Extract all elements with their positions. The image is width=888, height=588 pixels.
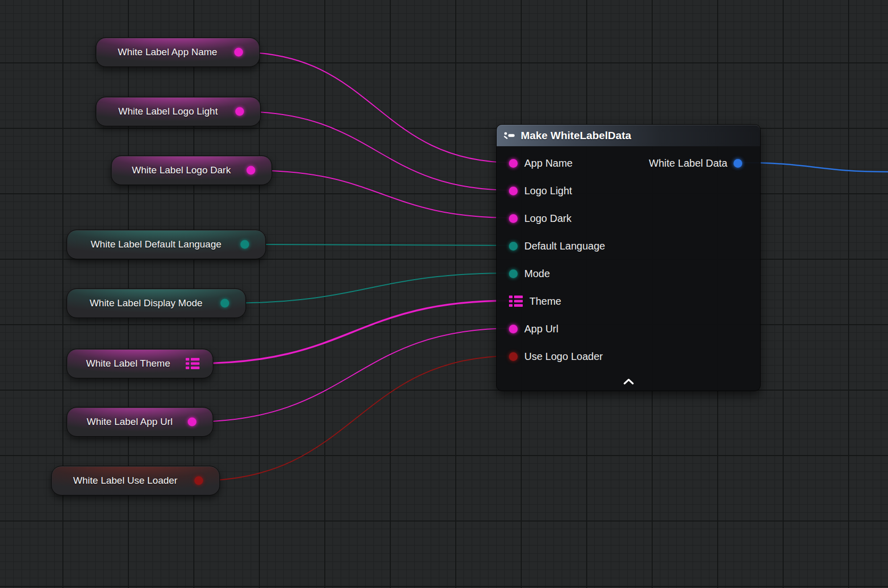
output-pin-label: White Label Data bbox=[649, 157, 727, 169]
input-pin-default-language[interactable] bbox=[509, 242, 518, 251]
make-node-title: Make WhiteLabelData bbox=[521, 129, 631, 142]
wire-display-mode bbox=[225, 273, 513, 303]
input-pin-label: App Name bbox=[524, 157, 573, 169]
getter-node-white-label-app-url[interactable]: White Label App Url bbox=[66, 407, 213, 437]
getter-node-label: White Label App Name bbox=[103, 38, 232, 66]
input-row-use-logo-loader: Use Logo Loader bbox=[497, 343, 760, 370]
wire-app-url bbox=[192, 328, 513, 422]
getter-node-label: White Label Theme bbox=[74, 349, 182, 378]
wire-logo-dark bbox=[251, 170, 513, 218]
getter-node-label: White Label Logo Light bbox=[103, 97, 233, 126]
output-pin-white-label-data[interactable] bbox=[734, 159, 742, 168]
getter-node-label: White Label Display Mode bbox=[74, 289, 218, 318]
getter-node-label: White Label Default Language bbox=[74, 230, 238, 259]
input-pin-theme[interactable] bbox=[509, 296, 523, 307]
input-pin-use-logo-loader[interactable] bbox=[509, 352, 518, 361]
input-pin-label: App Url bbox=[524, 323, 559, 335]
output-pin-row: White Label Data bbox=[649, 149, 760, 177]
make-node-inputs: App NameLogo LightLogo DarkDefault Langu… bbox=[497, 146, 760, 370]
getter-output-pin-white-label-logo-dark[interactable] bbox=[247, 166, 255, 175]
getter-node-white-label-theme[interactable]: White Label Theme bbox=[66, 349, 213, 378]
getter-output-pin-white-label-app-name[interactable] bbox=[234, 48, 243, 57]
getter-node-white-label-use-loader[interactable]: White Label Use Loader bbox=[51, 466, 220, 495]
input-pin-label: Mode bbox=[524, 268, 550, 280]
make-struct-icon bbox=[503, 130, 516, 141]
getter-output-pin-white-label-default-language[interactable] bbox=[240, 240, 249, 249]
make-whitelabeldata-node[interactable]: Make WhiteLabelData App NameLogo LightLo… bbox=[496, 124, 761, 391]
input-pin-label: Logo Dark bbox=[524, 213, 571, 224]
input-pin-app-name[interactable] bbox=[509, 159, 518, 168]
make-node-header[interactable]: Make WhiteLabelData bbox=[497, 125, 760, 146]
getter-output-pin-white-label-logo-light[interactable] bbox=[235, 107, 244, 116]
input-pin-label: Logo Light bbox=[524, 185, 572, 197]
wire-logo-light bbox=[240, 111, 513, 190]
input-row-default-language: Default Language bbox=[497, 232, 760, 260]
wire-use-loader bbox=[199, 356, 513, 481]
input-pin-app-url[interactable] bbox=[509, 325, 518, 333]
wire-default-language bbox=[245, 244, 513, 245]
getter-node-white-label-default-language[interactable]: White Label Default Language bbox=[66, 230, 266, 259]
input-row-theme: Theme bbox=[497, 287, 760, 315]
input-row-logo-dark: Logo Dark bbox=[497, 205, 760, 232]
getter-output-pin-white-label-use-loader[interactable] bbox=[194, 477, 203, 485]
input-row-mode: Mode bbox=[497, 260, 760, 287]
input-pin-mode[interactable] bbox=[509, 269, 518, 278]
getter-node-white-label-app-name[interactable]: White Label App Name bbox=[96, 37, 260, 67]
getter-node-white-label-logo-dark[interactable]: White Label Logo Dark bbox=[111, 155, 272, 185]
input-row-app-url: App Url bbox=[497, 315, 760, 343]
getter-output-pin-white-label-theme[interactable] bbox=[186, 358, 199, 369]
collapse-button[interactable] bbox=[497, 375, 760, 388]
getter-node-label: White Label Use Loader bbox=[59, 466, 192, 495]
input-pin-logo-light[interactable] bbox=[509, 187, 518, 195]
input-row-logo-light: Logo Light bbox=[497, 177, 760, 205]
input-pin-label: Default Language bbox=[524, 240, 605, 252]
getter-output-pin-white-label-display-mode[interactable] bbox=[220, 299, 229, 308]
input-pin-logo-dark[interactable] bbox=[509, 214, 518, 223]
output-pin-slot bbox=[734, 159, 742, 168]
getter-node-white-label-logo-light[interactable]: White Label Logo Light bbox=[96, 97, 261, 126]
getter-node-white-label-display-mode[interactable]: White Label Display Mode bbox=[66, 288, 246, 318]
input-pin-label: Theme bbox=[529, 296, 561, 307]
blueprint-canvas[interactable]: White Label App NameWhite Label Logo Lig… bbox=[0, 0, 888, 588]
getter-node-label: White Label App Url bbox=[74, 408, 185, 436]
input-pin-label: Use Logo Loader bbox=[524, 351, 603, 363]
getter-output-pin-white-label-app-url[interactable] bbox=[188, 418, 196, 426]
wire-app-name bbox=[239, 52, 513, 163]
getter-node-label: White Label Logo Dark bbox=[119, 156, 244, 185]
